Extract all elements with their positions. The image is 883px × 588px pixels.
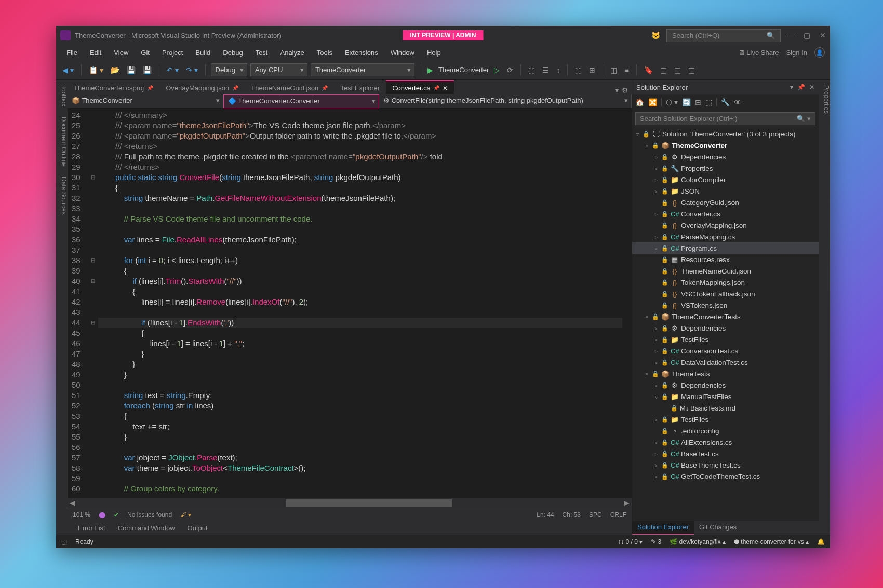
- tb-icon-5[interactable]: ⊞: [587, 65, 597, 75]
- bookmark-next-icon[interactable]: ▥: [672, 65, 683, 75]
- tree-node[interactable]: 🔒{}TokenMappings.json: [632, 277, 819, 288]
- tb-icon-2[interactable]: ☰: [540, 65, 551, 75]
- back-button[interactable]: ◀ ▾: [60, 65, 76, 75]
- panel-dropdown-icon[interactable]: ▾: [790, 84, 793, 91]
- code-editor[interactable]: 2425262728293031323334353637383940414243…: [68, 109, 632, 498]
- menu-view[interactable]: View: [109, 47, 133, 59]
- minimize-button[interactable]: —: [787, 31, 794, 39]
- tree-node[interactable]: ▹🔒🔧Properties: [632, 162, 819, 174]
- nav-method[interactable]: ⚙ ConvertFile(string themeJsonFilePath, …: [379, 94, 632, 108]
- se-pending-icon[interactable]: ⬡ ▾: [666, 98, 678, 106]
- tree-node[interactable]: ▹🔒C#GetToCodeThemeTest.cs: [632, 471, 819, 482]
- tree-node[interactable]: ▹🔒C#Converter.cs: [632, 208, 819, 220]
- tree-node[interactable]: ▹🔒📁TestFiles: [632, 334, 819, 345]
- save-all-button[interactable]: 💾: [141, 65, 154, 75]
- tree-root[interactable]: ▿🔒⛶ Solution 'ThemeConverter' (3 of 3 pr…: [632, 128, 819, 140]
- solution-tree[interactable]: ▿🔒⛶ Solution 'ThemeConverter' (3 of 3 pr…: [632, 127, 819, 521]
- health-icon[interactable]: ⬤: [99, 511, 105, 518]
- menu-extensions[interactable]: Extensions: [340, 47, 383, 59]
- tree-node[interactable]: ▹🔒⚙Dependencies: [632, 379, 819, 391]
- tb-icon-4[interactable]: ⬚: [573, 65, 584, 75]
- tree-node[interactable]: 🔒{}CategoryGuid.json: [632, 197, 819, 208]
- start-debug-button[interactable]: ▶: [425, 65, 435, 75]
- se-home-icon[interactable]: 🏠: [635, 98, 644, 106]
- tree-node[interactable]: 🔒{}VSTokens.json: [632, 299, 819, 311]
- pt-solution-explorer[interactable]: Solution Explorer: [632, 521, 694, 535]
- search-box[interactable]: Search (Ctrl+Q) 🔍: [666, 29, 781, 42]
- start-no-debug-button[interactable]: ▷: [492, 65, 502, 75]
- tb-icon-7[interactable]: ≡: [622, 65, 631, 75]
- redo-button[interactable]: ↷ ▾: [184, 65, 200, 75]
- status-commits[interactable]: ↑↓ 0 / 0 ▾: [618, 538, 643, 545]
- tab-csproj[interactable]: ThemeConverter.csproj📌: [68, 81, 159, 94]
- account-icon[interactable]: 👤: [814, 47, 825, 58]
- line-col-ch[interactable]: Ch: 53: [563, 511, 581, 518]
- menu-project[interactable]: Project: [157, 47, 188, 59]
- vertical-scrollbar[interactable]: [622, 109, 632, 498]
- code-text[interactable]: /// </summary> /// <param name="themeJso…: [98, 109, 622, 498]
- menu-analyze[interactable]: Analyze: [275, 47, 309, 59]
- tree-node[interactable]: ▹🔒C#AllExtensions.cs: [632, 436, 819, 448]
- nav-project[interactable]: 📦 ThemeConverter: [68, 94, 223, 108]
- tree-node[interactable]: ▹🔒C#ConversionTest.cs: [632, 345, 819, 357]
- launch-target[interactable]: ThemeConverter: [438, 66, 489, 74]
- tree-node[interactable]: 🔒{}OverlayMapping.json: [632, 220, 819, 231]
- se-properties-icon[interactable]: 🔧: [721, 98, 730, 106]
- data-sources-tab[interactable]: Data Sources: [56, 177, 68, 215]
- restart-button[interactable]: ⟳: [505, 65, 515, 75]
- se-sync-icon[interactable]: 🔄: [682, 98, 691, 106]
- doc-outline-tab[interactable]: Document Outline: [56, 117, 68, 167]
- nav-class[interactable]: 🔷 ThemeConverter.Converter: [223, 94, 379, 108]
- status-layout-icon[interactable]: ⬚: [61, 538, 67, 545]
- tree-node[interactable]: 🔒▫.editorconfig: [632, 425, 819, 436]
- tb-icon-3[interactable]: ↕: [554, 65, 562, 75]
- close-icon[interactable]: ✕: [443, 85, 448, 92]
- liveshare-button[interactable]: 🖥 Live Share: [738, 49, 779, 57]
- tab-menu-icon[interactable]: ▾: [615, 86, 619, 94]
- menu-tools[interactable]: Tools: [312, 47, 338, 59]
- menu-help[interactable]: Help: [422, 47, 446, 59]
- pt-git-changes[interactable]: Git Changes: [694, 521, 742, 535]
- eol-mode[interactable]: CRLF: [610, 511, 626, 518]
- tree-node[interactable]: ▹🔒C#BaseThemeTest.cs: [632, 459, 819, 471]
- status-branch[interactable]: 🌿 dev/ketyang/fix ▴: [670, 538, 726, 545]
- bookmark-icon[interactable]: 🔖: [642, 65, 655, 75]
- tab-themeguid[interactable]: ThemeNameGuid.json📌: [245, 81, 334, 94]
- signin-button[interactable]: Sign In: [786, 49, 807, 57]
- tree-node[interactable]: ▹🔒📁ColorCompiler: [632, 174, 819, 185]
- tree-node[interactable]: ▹🔒📁JSON: [632, 185, 819, 197]
- menu-test[interactable]: Test: [250, 47, 273, 59]
- indent-mode[interactable]: SPC: [589, 511, 602, 518]
- tree-node[interactable]: ▹🔒C#Program.cs: [632, 242, 819, 254]
- status-changes[interactable]: ✎ 3: [651, 538, 661, 545]
- solution-search-input[interactable]: Search Solution Explorer (Ctrl+;) 🔍 ▾: [635, 112, 815, 125]
- save-button[interactable]: 💾: [125, 65, 138, 75]
- tree-node[interactable]: 🔒{}ThemeNameGuid.json: [632, 265, 819, 277]
- tree-node[interactable]: ▿🔒📦ThemeTests: [632, 368, 819, 379]
- menu-edit[interactable]: Edit: [85, 47, 106, 59]
- status-bell-icon[interactable]: 🔔: [817, 538, 825, 545]
- menu-debug[interactable]: Debug: [218, 47, 248, 59]
- line-col-ln[interactable]: Ln: 44: [537, 511, 554, 518]
- tab-overlay[interactable]: OverlayMapping.json📌: [159, 81, 245, 94]
- menu-window[interactable]: Window: [385, 47, 420, 59]
- bt-output[interactable]: Output: [182, 523, 213, 534]
- maximize-button[interactable]: ▢: [804, 31, 810, 39]
- feedback-icon[interactable]: 🐱: [651, 31, 660, 39]
- se-preview-icon[interactable]: 👁: [734, 98, 741, 106]
- brush-icon[interactable]: 🖌 ▾: [180, 511, 191, 518]
- undo-button[interactable]: ↶ ▾: [165, 65, 181, 75]
- zoom-level[interactable]: 101 %: [73, 511, 90, 518]
- se-showall-icon[interactable]: ⬚: [705, 98, 712, 106]
- platform-dropdown[interactable]: Any CPU: [250, 63, 307, 76]
- tree-node[interactable]: ▹🔒C#DataValidationTest.cs: [632, 357, 819, 368]
- bt-cmdwin[interactable]: Command Window: [113, 523, 180, 534]
- menu-build[interactable]: Build: [190, 47, 216, 59]
- tree-node[interactable]: 🔒{}VSCTokenFallback.json: [632, 288, 819, 299]
- open-button[interactable]: 📂: [109, 65, 122, 75]
- tree-node[interactable]: ▹🔒⚙Dependencies: [632, 322, 819, 334]
- horizontal-scrollbar[interactable]: ◀▶: [68, 498, 632, 508]
- tree-node[interactable]: 🔒M↓BasicTests.md: [632, 402, 819, 414]
- panel-pin-icon[interactable]: 📌: [797, 84, 805, 91]
- tree-node[interactable]: ▿🔒📦ThemeConverterTests: [632, 311, 819, 322]
